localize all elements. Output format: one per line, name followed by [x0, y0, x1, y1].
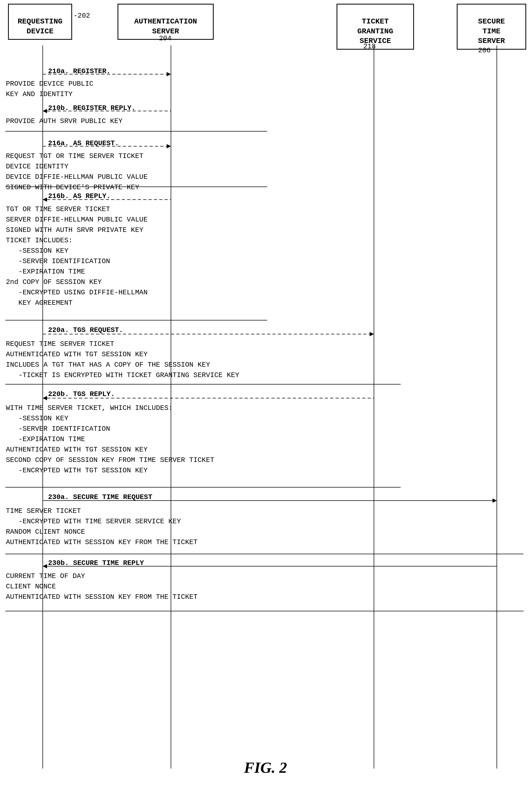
msg-230a-desc: TIME SERVER TICKET -ENCRYPTED WITH TIME …	[6, 506, 198, 548]
msg-230b-label: 230b. SECURE TIME REPLY	[48, 559, 144, 567]
entity-box-requesting-device: REQUESTING DEVICE	[8, 4, 72, 40]
ref-202: -202	[73, 12, 90, 20]
msg-216a-desc: REQUEST TGT OR TIME SERVER TICKET DEVICE…	[6, 151, 148, 193]
msg-216b-desc: TGT OR TIME SERVER TICKET SERVER DIFFIE-…	[6, 204, 148, 308]
msg-216b-label: 216b. AS REPLY.	[48, 192, 111, 200]
entity-requesting-device: REQUESTING DEVICE -202	[8, 4, 72, 40]
msg-210b-desc: PROVIDE AUTH SRVR PUBLIC KEY	[6, 116, 123, 127]
msg-210a-desc: PROVIDE DEVICE PUBLIC KEY AND IDENTITY	[6, 79, 94, 100]
ref-204: 204	[159, 34, 171, 42]
entity-secure-time: SECURETIMESERVER 206	[457, 4, 526, 49]
svg-marker-5	[167, 72, 171, 76]
svg-marker-25	[43, 564, 47, 568]
msg-230a-label: 230a. SECURE TIME REQUEST	[48, 493, 152, 501]
msg-230b-desc: CURRENT TIME OF DAY CLIENT NONCE AUTHENT…	[6, 571, 198, 602]
msg-220b-desc: WITH TIME SERVER TICKET, WHICH INCLUDES:…	[6, 403, 214, 476]
fig-caption: FIG. 2	[244, 759, 287, 777]
svg-marker-19	[43, 396, 47, 400]
entity-box-secure-time: SECURETIMESERVER	[457, 4, 526, 49]
ref-206: 206	[478, 46, 491, 55]
svg-marker-13	[43, 198, 47, 202]
ref-218: 218	[363, 42, 376, 50]
svg-marker-22	[492, 498, 497, 503]
svg-marker-10	[167, 144, 171, 148]
entity-auth-server: AUTHENTICATIONSERVER 204	[117, 4, 214, 40]
entity-ticket-granting: TICKETGRANTINGSERVICE 218	[337, 4, 414, 49]
diagram-container: REQUESTING DEVICE -202 AUTHENTICATIONSER…	[0, 0, 531, 787]
msg-216a-label: 216a. AS REQUEST.	[48, 139, 119, 147]
msg-220a-label: 220a. TGS REQUEST.	[48, 326, 123, 334]
svg-marker-16	[370, 332, 374, 336]
msg-210a-label: 210a. REGISTER.	[48, 67, 111, 75]
msg-210b-label: 210b. REGISTER REPLY.	[48, 104, 136, 112]
msg-220a-desc: REQUEST TIME SERVER TICKET AUTHENTICATED…	[6, 339, 239, 380]
svg-marker-7	[43, 109, 47, 113]
msg-220b-label: 220b. TGS REPLY.	[48, 390, 115, 398]
